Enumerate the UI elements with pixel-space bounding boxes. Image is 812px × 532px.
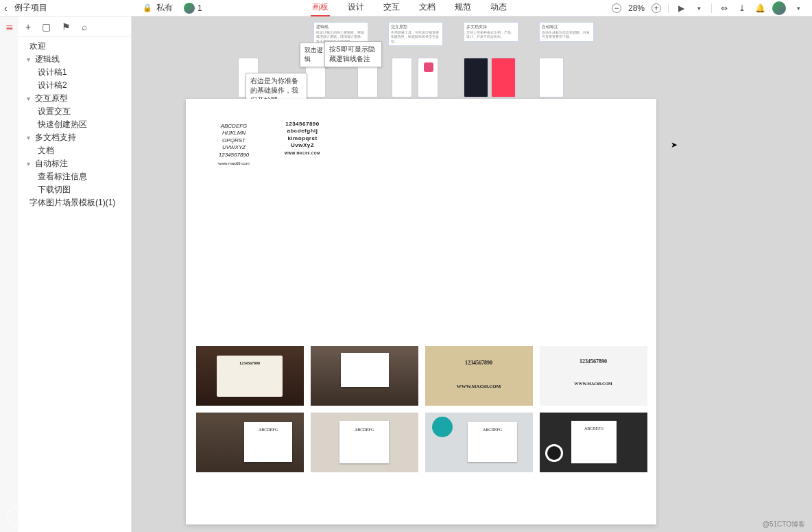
folder-icon[interactable]: ▢ — [42, 21, 51, 32]
tab-spec[interactable]: 规范 — [453, 0, 473, 16]
canvas-tooltip: 按S即可显示隐藏逻辑线备注 — [324, 41, 382, 67]
tree-item[interactable]: 文档 — [19, 144, 131, 157]
artboard-text-block: ABCDEFG HIJKLMN OPQRST UVWXYZ 1234567890… — [213, 123, 254, 167]
search-icon[interactable]: ⌕ — [82, 21, 87, 32]
page-tree: 欢迎 ▾逻辑线 设计稿1 设计稿2 ▾交互原型 设置交互 快速创建热区 ▾多文档… — [19, 37, 131, 209]
canvas-frame[interactable] — [418, 58, 438, 97]
top-bar: ‹ 例子项目 🔒 私有 1 画板 设计 交互 文档 规范 动态 − 28% + … — [0, 0, 812, 16]
flag-icon[interactable]: ⚑ — [62, 21, 71, 32]
tree-item-font-template[interactable]: 字体图片场景模板(1)(1) — [19, 196, 131, 209]
side-panel: ≣ + ▢ ⚑ ⌕ 欢迎 ▾逻辑线 设计稿1 设计稿2 ▾交互原型 设置交互 快… — [0, 16, 132, 532]
back-icon[interactable]: ‹ — [4, 3, 8, 14]
side-tools: + ▢ ⚑ ⌕ — [19, 16, 131, 37]
tree-item[interactable]: 设置交互 — [19, 105, 131, 118]
user-avatar-icon[interactable] — [772, 1, 786, 15]
thumbnail[interactable]: ABCDEFG — [540, 413, 647, 472]
thumbnail[interactable]: ABCDEFG — [311, 413, 418, 472]
zoom-level[interactable]: 28% — [628, 3, 645, 13]
project-title: 例子项目 — [14, 2, 47, 14]
member-count: 1 — [198, 3, 202, 13]
canvas-frame[interactable] — [464, 58, 488, 97]
tab-canvas[interactable]: 画板 — [311, 0, 330, 16]
side-rail: ≣ — [0, 16, 19, 532]
tab-design[interactable]: 设计 — [346, 0, 366, 16]
watermark-logo-icon — [7, 507, 26, 526]
zoom-out-icon[interactable]: − — [612, 3, 621, 13]
thumbnail-grid: 1234567890 1234567890 WWW.MAC69.COM 1234… — [196, 346, 647, 472]
tree-group-logic[interactable]: ▾逻辑线 — [19, 53, 131, 66]
thumbnail[interactable]: ABCDEFG — [425, 413, 533, 472]
tree-item[interactable]: 快速创建热区 — [19, 118, 131, 131]
canvas-frame[interactable] — [491, 58, 516, 97]
play-dropdown-icon[interactable]: ▾ — [693, 5, 704, 12]
share-icon[interactable]: ⇔ — [719, 3, 730, 13]
top-tabs: 画板 设计 交互 文档 规范 动态 — [208, 0, 612, 16]
thumbnail[interactable]: 1234567890 WWW.MAC69.COM — [540, 346, 647, 406]
watermark: 大禾软件屋 mac.orsoon.com — [7, 505, 93, 528]
layers-icon[interactable]: ≣ — [3, 21, 16, 33]
tab-document[interactable]: 文档 — [418, 0, 437, 16]
lock-icon: 🔒 — [143, 3, 152, 12]
artboard-text-block: 1234567890 abcdefghij klmopqrst UvwXyZ W… — [282, 121, 323, 157]
tree-item[interactable]: 设计稿2 — [19, 79, 131, 92]
download-icon[interactable]: ⤓ — [737, 3, 748, 13]
footer-credit: @51CTO博客 — [763, 520, 805, 529]
top-bar-left: ‹ 例子项目 — [0, 2, 137, 14]
side-body: + ▢ ⚑ ⌕ 欢迎 ▾逻辑线 设计稿1 设计稿2 ▾交互原型 设置交互 快速创… — [19, 16, 131, 532]
watermark-sub: mac.orsoon.com — [32, 521, 93, 528]
bell-icon[interactable]: 🔔 — [754, 3, 765, 13]
privacy-label: 私有 — [156, 2, 173, 14]
tree-item[interactable]: 设计稿1 — [19, 66, 131, 79]
tab-interaction[interactable]: 交互 — [382, 0, 401, 16]
separator — [711, 3, 712, 13]
tree-group-auto[interactable]: ▾自动标注 — [19, 157, 131, 170]
thumbnail[interactable]: 1234567890 — [196, 346, 304, 406]
canvas-frame[interactable] — [539, 58, 564, 97]
avatar-icon — [184, 3, 195, 14]
tree-item-welcome[interactable]: 欢迎 — [19, 40, 131, 53]
canvas-note[interactable]: 交互原型不用切换工具，可给设计稿直接创建热区，快速制作简单交互原型。 — [388, 22, 443, 46]
tree-item[interactable]: 查看标注信息 — [19, 170, 131, 183]
artboard-font-template[interactable]: ABCDEFG HIJKLMN OPQRST UVWXYZ 1234567890… — [186, 99, 656, 524]
tree-item[interactable]: 下载切图 — [19, 183, 131, 196]
canvas-frame[interactable] — [392, 58, 412, 97]
play-icon[interactable]: ▶ — [676, 3, 686, 13]
thumbnail[interactable] — [311, 346, 418, 406]
thumbnail[interactable]: ABCDEFG — [196, 413, 304, 472]
tab-activity[interactable]: 动态 — [489, 0, 508, 16]
add-icon[interactable]: + — [25, 21, 31, 32]
zoom-in-icon[interactable]: + — [652, 3, 661, 13]
privacy-group[interactable]: 🔒 私有 — [137, 2, 178, 14]
members-group[interactable]: 1 — [178, 3, 208, 14]
canvas[interactable]: 逻辑线给设计稿之间连上逻辑线，帮助梳理设计逻辑，理清设计思路。双击逻辑线备注可编… — [132, 16, 812, 532]
cursor-icon: ➤ — [671, 140, 678, 150]
tree-group-docs[interactable]: ▾多文档支持 — [19, 131, 131, 144]
canvas-note[interactable]: 自动标注自动生成标注信息和切图，开发可直接查看和下载。 — [539, 22, 594, 42]
tree-group-proto[interactable]: ▾交互原型 — [19, 92, 131, 105]
separator — [668, 3, 669, 13]
thumbnail[interactable]: 1234567890 WWW.MAC69.COM — [425, 346, 533, 406]
watermark-text: 大禾软件屋 — [32, 506, 93, 520]
user-dropdown-icon[interactable]: ▾ — [793, 5, 804, 12]
top-bar-right: − 28% + ▶ ▾ ⇔ ⤓ 🔔 ▾ — [612, 1, 812, 15]
canvas-note[interactable]: 多文档支持支持上传多种格式文档，产品、设计、开发可同步协作。 — [464, 22, 518, 42]
